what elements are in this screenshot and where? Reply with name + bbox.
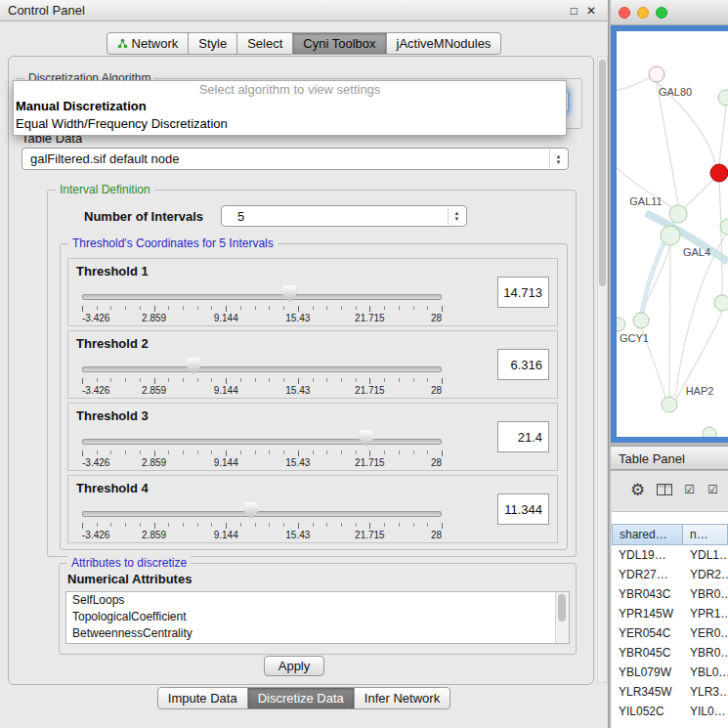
selected-network-node[interactable]	[710, 164, 728, 182]
table-row[interactable]: YBR045CYBR0…	[612, 643, 728, 663]
dropdown-placeholder-option[interactable]: Select algorithm to view settings	[14, 81, 566, 98]
network-node[interactable]	[714, 295, 728, 311]
close-traffic-light-icon[interactable]	[619, 7, 630, 19]
attribute-list-item[interactable]: SelfLoops	[66, 592, 569, 609]
tab-discretize-data[interactable]: Discretize Data	[247, 687, 355, 709]
dropdown-option-equal-width[interactable]: Equal Width/Frequency Discretization	[14, 115, 566, 133]
column-header-shared-name[interactable]: shared…	[612, 524, 683, 545]
tab-network[interactable]: Network	[107, 32, 190, 55]
threshold-4-slider[interactable]: -3.4262.8599.14415.4321.71528	[82, 499, 442, 542]
table-row[interactable]: YBR043CYBR0…	[612, 584, 728, 604]
zoom-traffic-light-icon[interactable]	[656, 7, 667, 19]
algorithm-dropdown-popup: Select algorithm to view settings Manual…	[13, 80, 567, 136]
list-scrollbar[interactable]	[555, 592, 569, 643]
table-cell: YPR1…	[683, 604, 728, 623]
tab-label: Impute Data	[168, 688, 237, 708]
slider-scale-label: 21.715	[355, 385, 385, 396]
threshold-value-field[interactable]: 14.713	[497, 277, 549, 308]
slider-scale-label: 21.715	[355, 457, 385, 468]
numerical-attributes-list[interactable]: SelfLoopsTopologicalCoefficientBetweenne…	[65, 591, 570, 644]
tab-cyni-toolbox[interactable]: Cyni Toolbox	[292, 32, 386, 55]
network-node[interactable]	[617, 318, 625, 331]
tab-jactivemnodules[interactable]: jActiveMNodules	[386, 32, 502, 55]
threshold-value-field[interactable]: 6.316	[497, 349, 549, 380]
node-table: shared… n… YDL19…YDL1…YDR27…YDR2…YBR043C…	[612, 511, 728, 728]
tab-infer-network[interactable]: Infer Network	[354, 687, 450, 709]
table-cell: YBR043C	[612, 584, 683, 604]
table-cell: YDR2…	[683, 565, 728, 584]
slider-scale-label: 28	[431, 457, 442, 468]
network-canvas[interactable]: GAL80GAL11GAL4GCY1HAP2	[611, 25, 728, 443]
network-node-label: GAL80	[659, 86, 692, 98]
tab-label: Style	[198, 33, 227, 54]
tab-label: Cyni Toolbox	[303, 33, 375, 54]
threshold-2-slider[interactable]: -3.4262.8599.14415.4321.71528	[82, 355, 442, 398]
table-row[interactable]: YER054CYER0…	[612, 623, 728, 643]
network-edge	[669, 245, 670, 397]
slider-ticks	[82, 450, 442, 456]
attribute-list-item[interactable]: TopologicalCoefficient	[66, 609, 569, 625]
slider-scale-label: -3.426	[82, 530, 109, 540]
network-window-titlebar	[611, 0, 728, 25]
attribute-list-item[interactable]: BetweennessCentrality	[66, 625, 569, 642]
threshold-label: Threshold 3	[76, 408, 149, 423]
table-cell: YIL0…	[683, 702, 728, 721]
tab-label: Discretize Data	[258, 688, 344, 708]
tab-select[interactable]: Select	[236, 32, 293, 55]
network-svg[interactable]: GAL80GAL11GAL4GCY1HAP2	[617, 31, 728, 437]
float-window-icon[interactable]: □	[571, 0, 578, 21]
slider-track	[82, 366, 442, 372]
table-row[interactable]: YPR145WYPR1…	[612, 604, 728, 623]
panel-scrollbar[interactable]	[597, 56, 608, 683]
network-node[interactable]	[649, 66, 664, 82]
columns-icon[interactable]	[657, 484, 672, 495]
table-row[interactable]: YIL052CYIL0…	[612, 702, 728, 721]
tab-impute-data[interactable]: Impute Data	[157, 687, 248, 709]
network-node[interactable]	[718, 90, 728, 106]
select-all-checkbox-icon[interactable]: ☑	[684, 484, 696, 495]
network-node[interactable]	[669, 205, 687, 223]
column-header-name[interactable]: n…	[683, 524, 728, 545]
tab-label: Network	[132, 33, 179, 54]
close-window-icon[interactable]: ✕	[586, 0, 596, 21]
combobox-arrows-icon: ▲▼	[448, 207, 465, 225]
slider-scale-label: 21.715	[355, 313, 385, 323]
network-node[interactable]	[662, 397, 677, 412]
scrollbar-thumb[interactable]	[599, 60, 606, 286]
network-icon	[117, 38, 128, 49]
threshold-4-panel: Threshold 4 -3.4262.8599.14415.4321.7152…	[67, 475, 558, 543]
number-of-intervals-combobox[interactable]: 5 ▲▼	[221, 205, 467, 227]
dropdown-option-manual-discretization[interactable]: Manual Discretization	[14, 98, 566, 115]
numerical-attributes-heading: Numerical Attributes	[67, 572, 192, 586]
bottom-tab-bar: Impute Data Discretize Data Infer Networ…	[0, 687, 608, 709]
gear-icon[interactable]: ⚙	[630, 482, 645, 498]
slider-ticks	[82, 523, 442, 529]
apply-button[interactable]: Apply	[264, 656, 324, 676]
slider-scale: -3.4262.8599.14415.4321.71528	[82, 385, 442, 396]
tab-style[interactable]: Style	[188, 32, 237, 55]
slider-scale: -3.4262.8599.14415.4321.71528	[82, 313, 442, 323]
table-panel: ⚙ ☑ ☑ shared… n… YDL19…YDL1…YDR27…YDR2…Y…	[611, 471, 728, 728]
threshold-3-panel: Threshold 3 -3.4262.8599.14415.4321.7152…	[67, 403, 558, 471]
threshold-value-field[interactable]: 21.4	[497, 421, 549, 452]
slider-scale-label: 21.715	[355, 530, 385, 540]
network-edge	[719, 106, 726, 164]
table-row[interactable]: YDL19…YDL1…	[612, 545, 728, 565]
table-data-combobox[interactable]: galFiltered.sif default node ▲▼	[21, 148, 569, 170]
network-node[interactable]	[661, 226, 680, 245]
threshold-1-slider[interactable]: -3.4262.8599.14415.4321.71528	[82, 282, 442, 325]
scrollbar-thumb[interactable]	[558, 594, 566, 621]
table-row[interactable]: YBL079WYBL0…	[612, 663, 728, 682]
minimize-traffic-light-icon[interactable]	[637, 7, 649, 19]
table-row[interactable]: YDR27…YDR2…	[612, 565, 728, 584]
slider-scale-label: 15.43	[285, 457, 310, 468]
table-cell: YBR0…	[683, 584, 728, 604]
threshold-value-field[interactable]: 11.344	[497, 493, 549, 525]
threshold-3-slider[interactable]: -3.4262.8599.14415.4321.71528	[82, 427, 442, 470]
network-node[interactable]	[633, 313, 649, 328]
select-none-checkbox-icon[interactable]: ☑	[707, 484, 719, 495]
table-panel-header[interactable]: Table Panel	[611, 446, 728, 470]
network-node[interactable]	[703, 427, 716, 437]
control-panel-window: Control Panel □ ✕ Network Style Select C…	[0, 0, 609, 728]
table-row[interactable]: YLR345WYLR3…	[612, 682, 728, 702]
